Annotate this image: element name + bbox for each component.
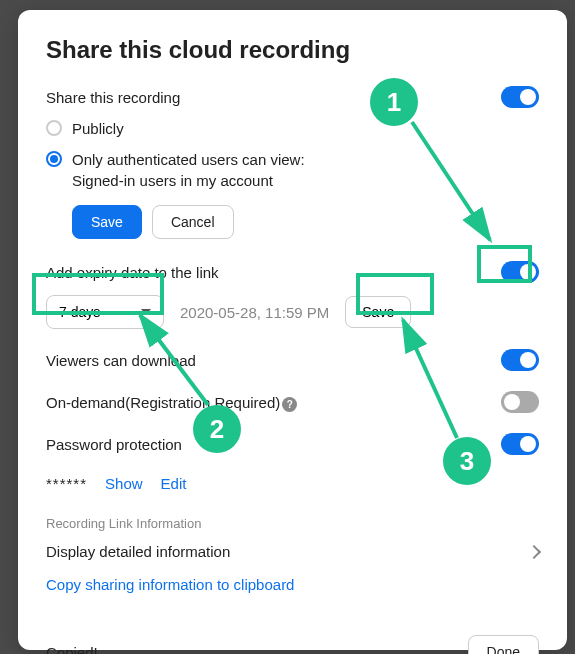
radio-icon: [46, 151, 62, 167]
radio-auth-label-group: Only authenticated users can view: Signe…: [72, 149, 305, 191]
save-visibility-button[interactable]: Save: [72, 205, 142, 239]
password-edit-link[interactable]: Edit: [161, 475, 187, 492]
expiry-save-button[interactable]: Save: [345, 296, 411, 328]
password-row-header: Password protection: [46, 433, 539, 455]
link-info-header: Recording Link Information: [46, 516, 539, 531]
radio-auth-only[interactable]: Only authenticated users can view: Signe…: [46, 149, 539, 191]
copy-sharing-link[interactable]: Copy sharing information to clipboard: [46, 576, 294, 593]
password-value-row: ****** Show Edit: [46, 475, 539, 492]
expiry-select[interactable]: 7 days: [46, 295, 164, 329]
share-recording-toggle[interactable]: [501, 86, 539, 108]
radio-publicly[interactable]: Publicly: [46, 118, 539, 139]
expiry-label: Add expiry date to the link: [46, 262, 219, 283]
help-icon[interactable]: ?: [282, 397, 297, 412]
expiry-select-value: 7 days: [59, 304, 100, 320]
download-row: Viewers can download: [46, 349, 539, 371]
expiry-controls: 7 days 2020-05-28, 11:59 PM Save: [46, 295, 539, 329]
download-toggle[interactable]: [501, 349, 539, 371]
password-show-link[interactable]: Show: [105, 475, 143, 492]
share-recording-label: Share this recording: [46, 87, 180, 108]
share-visibility-actions: Save Cancel: [72, 205, 539, 239]
password-toggle[interactable]: [501, 433, 539, 455]
download-label: Viewers can download: [46, 350, 196, 371]
radio-auth-label-2: Signed-in users in my account: [72, 170, 305, 191]
radio-auth-label-1: Only authenticated users can view:: [72, 149, 305, 170]
ondemand-row: On-demand(Registration Required)?: [46, 391, 539, 413]
ondemand-toggle[interactable]: [501, 391, 539, 413]
modal-title: Share this cloud recording: [46, 36, 539, 64]
ondemand-text: On-demand(Registration Required): [46, 394, 280, 411]
expiry-row-header: Add expiry date to the link: [46, 261, 539, 283]
expiry-toggle[interactable]: [501, 261, 539, 283]
password-masked: ******: [46, 475, 87, 492]
radio-publicly-label: Publicly: [72, 118, 124, 139]
chevron-down-icon: [141, 309, 151, 315]
expiry-date-display: 2020-05-28, 11:59 PM: [180, 304, 329, 321]
password-label: Password protection: [46, 434, 182, 455]
modal-footer: Copied! Done: [46, 635, 539, 654]
share-recording-modal: Share this cloud recording Share this re…: [18, 10, 567, 650]
radio-icon: [46, 120, 62, 136]
done-button[interactable]: Done: [468, 635, 539, 654]
display-detail-row[interactable]: Display detailed information: [46, 541, 539, 562]
chevron-right-icon: [527, 544, 541, 558]
copied-status: Copied!: [46, 644, 98, 655]
display-detail-label: Display detailed information: [46, 541, 230, 562]
share-visibility-group: Publicly Only authenticated users can vi…: [46, 118, 539, 191]
share-recording-row: Share this recording: [46, 86, 539, 108]
cancel-visibility-button[interactable]: Cancel: [152, 205, 234, 239]
ondemand-label: On-demand(Registration Required)?: [46, 392, 297, 413]
